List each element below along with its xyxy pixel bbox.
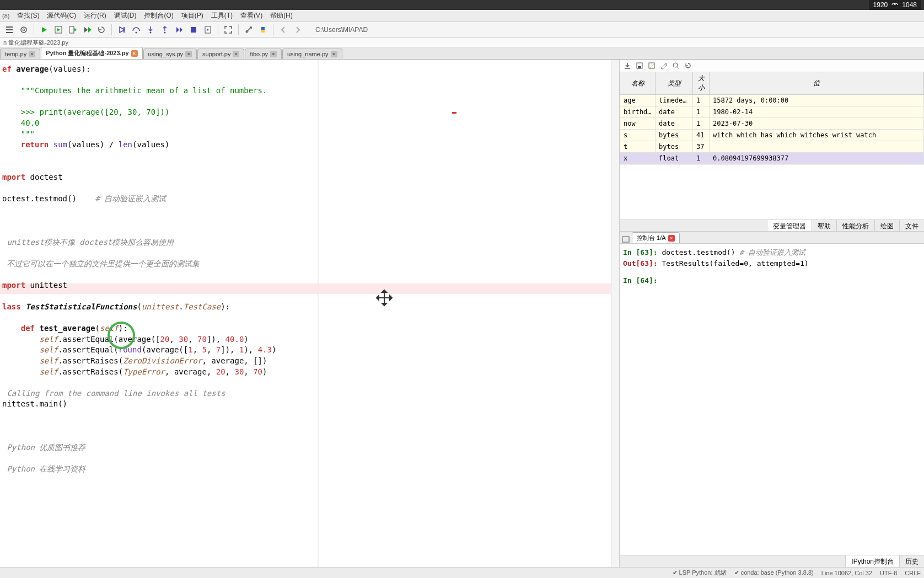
menu-source[interactable]: 源代码(C) (44, 10, 79, 22)
console-tabs: 控制台 1/A × (620, 232, 924, 244)
tab-profiler[interactable]: 性能分析 (836, 220, 874, 231)
close-icon[interactable]: × (131, 50, 138, 57)
close-icon[interactable]: × (233, 51, 239, 57)
variable-row[interactable]: tbytes37 (620, 141, 924, 153)
maximize-icon[interactable] (222, 24, 234, 36)
col-value[interactable]: 值 (710, 72, 924, 95)
preferences-icon[interactable] (243, 24, 255, 36)
reload-icon[interactable] (684, 61, 692, 70)
console-pane-icon[interactable] (622, 236, 630, 243)
continue-icon[interactable] (173, 24, 185, 36)
code-editor[interactable]: ef average(values): """Computes the arit… (0, 60, 620, 567)
toolbar: C:\Users\MIAPAD (0, 22, 924, 38)
variable-cell-type: bytes (656, 130, 693, 141)
console-tab-label: 控制台 1/A (637, 234, 666, 242)
tab-history[interactable]: 历史 (899, 555, 924, 567)
status-encoding[interactable]: UTF-8 (880, 570, 897, 576)
menu-console[interactable]: 控制台(O) (141, 10, 176, 22)
run-icon[interactable] (38, 24, 50, 36)
right-panel: 名称 类型 大小 值 agetimedelta115872 days, 0:00… (620, 60, 924, 567)
variable-row[interactable]: xfloat10.08094197699938377 (620, 153, 924, 164)
nav-back-icon[interactable] (277, 24, 289, 36)
debug-file-icon[interactable] (202, 24, 214, 36)
menu-help[interactable]: 帮助(H) (267, 10, 296, 22)
variable-table[interactable]: 名称 类型 大小 值 agetimedelta115872 days, 0:00… (620, 72, 924, 164)
close-icon[interactable]: × (668, 235, 675, 242)
variable-cell-name: x (620, 153, 656, 164)
close-icon[interactable]: × (270, 51, 277, 57)
run-selection-icon[interactable] (81, 24, 93, 36)
editor-tab-using-name[interactable]: using_name.py× (282, 49, 342, 59)
tab-label: Python 量化编程基础-2023.py (46, 49, 128, 57)
status-conda[interactable]: ✔ conda: base (Python 3.8.8) (734, 569, 814, 576)
variable-cell-type: date (656, 106, 693, 118)
variable-cell-size: 41 (693, 130, 710, 141)
save-data-icon[interactable] (635, 61, 644, 70)
svg-rect-12 (638, 66, 641, 68)
editor-tab-main[interactable]: Python 量化编程基础-2023.py× (41, 47, 142, 59)
col-name[interactable]: 名称 (620, 72, 656, 95)
python-icon[interactable] (257, 24, 269, 36)
variable-cell-size: 1 (693, 106, 710, 118)
menu-project[interactable]: 项目(P) (178, 10, 207, 22)
variable-row[interactable]: agetimedelta115872 days, 0:00:00 (620, 95, 924, 106)
svg-point-5 (136, 31, 137, 33)
step-out-icon[interactable] (159, 24, 171, 36)
variable-cell-type: date (656, 118, 693, 130)
editor-tab-using-sys[interactable]: using_sys.py× (143, 49, 197, 59)
console-tab[interactable]: 控制台 1/A × (632, 232, 680, 243)
tab-variable-explorer[interactable]: 变量管理器 (767, 220, 812, 231)
run-cell-icon[interactable] (52, 24, 65, 36)
editor-tab-temp[interactable]: temp.py× (0, 49, 40, 59)
at-icon[interactable] (18, 24, 30, 36)
close-icon[interactable]: × (185, 51, 192, 57)
variable-row[interactable]: nowdate12023-07-30 (620, 118, 924, 130)
menu-run[interactable]: 运行(R) (80, 10, 110, 22)
edit-icon[interactable] (659, 61, 668, 70)
step-over-icon[interactable] (130, 24, 142, 36)
menu-search[interactable]: 查找(S) (14, 10, 42, 22)
variable-row[interactable]: sbytes41witch which has which witches wr… (620, 130, 924, 141)
variable-cell-value: witch which has which witches wrist watc… (710, 130, 924, 141)
status-lsp[interactable]: ✔ LSP Python: 就绪 (673, 569, 727, 577)
save-as-icon[interactable] (647, 61, 656, 70)
ipython-console[interactable]: In [63]: doctest.testmod() # 自动验证嵌入测试 Ou… (620, 244, 924, 555)
col-type[interactable]: 类型 (656, 72, 693, 95)
svg-point-14 (673, 63, 678, 67)
variable-cell-name: now (620, 118, 656, 130)
search-icon[interactable] (671, 61, 680, 70)
rerun-icon[interactable] (95, 24, 108, 36)
menu-view[interactable]: 查看(V) (237, 10, 266, 22)
outline-icon[interactable] (3, 24, 15, 36)
status-linecol[interactable]: Line 10062, Col 32 (821, 570, 872, 576)
screen-dimensions-badge: 1920 1048 (869, 0, 921, 10)
working-dir-path[interactable]: C:\Users\MIAPAD (310, 24, 373, 36)
tab-plots[interactable]: 绘图 (874, 220, 899, 231)
menu-bar: (8) 查找(S) 源代码(C) 运行(R) 调试(D) 控制台(O) 项目(P… (0, 10, 924, 22)
close-icon[interactable]: × (29, 51, 35, 57)
editor-tab-support[interactable]: support.py× (197, 49, 244, 59)
import-data-icon[interactable] (623, 61, 632, 70)
variable-cell-value (710, 141, 924, 153)
menu-debug[interactable]: 调试(D) (111, 10, 140, 22)
status-eol[interactable]: CRLF (905, 570, 921, 576)
col-size[interactable]: 大小 (693, 72, 710, 95)
code-content[interactable]: ef average(values): """Computes the arit… (0, 60, 619, 479)
debug-icon[interactable] (116, 24, 128, 36)
nav-forward-icon[interactable] (292, 24, 304, 36)
variable-row[interactable]: birthdaydate11980-02-14 (620, 106, 924, 118)
stop-icon[interactable] (187, 24, 200, 36)
tab-help[interactable]: 帮助 (812, 220, 836, 231)
close-icon[interactable]: × (331, 51, 337, 57)
status-bar: ✔ LSP Python: 就绪 ✔ conda: base (Python 3… (0, 567, 924, 578)
editor-tabs: temp.py× Python 量化编程基础-2023.py× using_sy… (0, 47, 924, 60)
console-bottom-tabs: IPython控制台 历史 (620, 555, 924, 567)
tab-ipython-console[interactable]: IPython控制台 (845, 555, 899, 567)
variable-cell-value: 2023-07-30 (710, 118, 924, 130)
tab-label: using_sys.py (148, 51, 184, 57)
editor-tab-fibo[interactable]: fibo.py× (245, 49, 281, 59)
step-in-icon[interactable] (144, 24, 157, 36)
tab-files[interactable]: 文件 (899, 220, 924, 231)
run-cell-advance-icon[interactable] (67, 24, 79, 36)
menu-tools[interactable]: 工具(T) (208, 10, 236, 22)
